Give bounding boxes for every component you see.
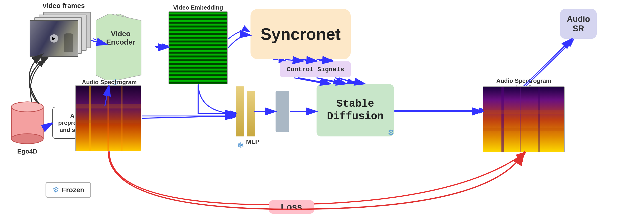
- ego4d-label: Ego4D: [14, 148, 41, 155]
- svg-rect-34: [76, 120, 141, 123]
- svg-rect-31: [108, 86, 108, 151]
- svg-line-18: [339, 78, 355, 84]
- svg-rect-42: [538, 87, 540, 152]
- svg-rect-32: [121, 86, 122, 151]
- svg-point-26: [12, 102, 43, 112]
- frozen-snowflake-icon: ❄: [52, 185, 59, 195]
- control-signals-box: Control Signals: [280, 61, 351, 77]
- svg-point-23: [12, 134, 43, 144]
- svg-line-58: [298, 78, 330, 84]
- svg-line-55: [285, 60, 303, 61]
- video-frames-label: video frames: [32, 2, 96, 9]
- svg-rect-33: [76, 104, 141, 108]
- svg-line-13: [273, 59, 287, 61]
- svg-rect-38: [169, 12, 228, 84]
- ego4d-cylinder: [10, 100, 44, 146]
- svg-rect-30: [89, 86, 91, 151]
- svg-line-60: [335, 78, 364, 84]
- stable-diffusion-label: Stable Diffusion: [316, 98, 394, 123]
- svg-line-57: [316, 60, 332, 61]
- stable-diffusion-box: Stable Diffusion: [316, 84, 394, 136]
- diagram-container: Ego4D Audio preprocessing and selection …: [0, 0, 644, 219]
- svg-rect-44: [483, 128, 565, 131]
- mlp-label: MLP: [242, 138, 264, 146]
- svg-line-52: [142, 116, 235, 118]
- video-encoder-label: Video Encoder: [98, 29, 144, 46]
- audio-spectrogram-box: [75, 85, 141, 151]
- video-encoder-trapezoid: [96, 14, 146, 80]
- mlp-area: [236, 86, 255, 136]
- frozen-label: Frozen: [62, 186, 84, 194]
- control-signals-label: Control Signals: [287, 66, 344, 73]
- audio-sr-label: Audio SR: [560, 14, 597, 33]
- latent-box: [276, 91, 289, 132]
- audio-sr-box: Audio SR: [560, 9, 597, 39]
- svg-line-10: [285, 60, 300, 61]
- svg-rect-41: [520, 87, 521, 152]
- svg-rect-39: [483, 87, 565, 152]
- video-embedding-label: Video Embedding: [164, 4, 232, 11]
- svg-rect-43: [483, 110, 565, 114]
- video-frames-stack: ▶: [30, 12, 96, 64]
- svg-line-17: [316, 78, 342, 84]
- svg-marker-28: [96, 14, 141, 80]
- stable-diff-snowflake: ❄: [387, 127, 395, 138]
- syncronet-box: Syncronet: [250, 9, 351, 59]
- svg-line-59: [316, 78, 346, 84]
- video-embedding-box: // Inline stripes: [168, 11, 228, 84]
- syncronet-label: Syncronet: [260, 25, 341, 43]
- audio-spectrogram-pred-box: [483, 86, 565, 152]
- svg-line-16: [294, 78, 328, 84]
- frozen-box: ❄ Frozen: [46, 182, 91, 198]
- svg-line-12: [319, 60, 326, 61]
- svg-line-48: [45, 124, 52, 127]
- svg-line-15: [323, 59, 328, 61]
- svg-line-56: [300, 60, 316, 61]
- loss-text: Loss: [281, 202, 302, 212]
- svg-rect-40: [502, 87, 504, 152]
- loss-label: Loss: [269, 200, 314, 214]
- audio-spectrogram-label: Audio Spectrogram: [78, 79, 141, 86]
